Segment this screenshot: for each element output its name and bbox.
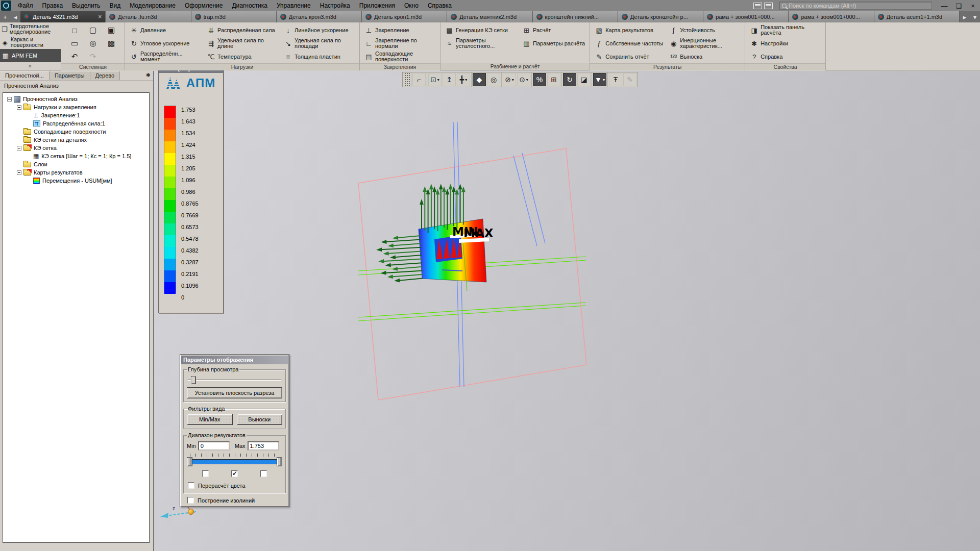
ribbon-button[interactable]: ≈Параметры усталостного...	[443, 37, 519, 50]
hide-elements-button[interactable]: ⊘▾	[503, 73, 516, 86]
ribbon-button[interactable]: ⊞Расчёт	[520, 23, 587, 37]
isolines-window-button[interactable]: ⊞	[547, 73, 560, 86]
ribbon-button[interactable]: ✱Настройки	[747, 37, 823, 50]
collapse-ribbon-icon[interactable]: «	[27, 36, 34, 97]
range-slider[interactable]	[187, 457, 282, 466]
ribbon-button[interactable]: ⇊Распределённая сила	[204, 23, 280, 37]
dropdown-arrow-icon[interactable]: ▾	[526, 78, 528, 82]
tab-scroll-right-button[interactable]: ▸	[960, 11, 970, 22]
ribbon-button[interactable]: ⇶Удельная сила по длине	[204, 37, 280, 50]
ribbon-button[interactable]: ∟Закрепление по нормали	[362, 37, 438, 50]
ribbon-button[interactable]: ↘Удельная сила по площади	[281, 37, 357, 50]
tree-item[interactable]: Карты результатов	[3, 168, 149, 177]
sketch-view-button[interactable]: ⌐	[412, 73, 426, 86]
save-as-button[interactable]: ▩	[108, 39, 115, 48]
tree-item[interactable]: ⊥Закрепление:1	[3, 111, 149, 119]
rotate-view-button[interactable]: ↻	[563, 73, 576, 86]
dialog-titlebar[interactable]: Параметры отображения	[181, 356, 288, 364]
ribbon-button[interactable]: ∫Устойчивость	[667, 23, 743, 37]
open-file-button[interactable]: ▢	[89, 26, 96, 35]
tree-item[interactable]: КЭ сетка	[3, 144, 149, 152]
tree-expand-toggle[interactable]	[17, 170, 21, 175]
ribbon-button[interactable]: ✳Давление	[127, 23, 203, 37]
mode-1[interactable]: ❒Твердотельное моделирование	[0, 22, 61, 36]
gear-icon[interactable]: ✱	[143, 71, 153, 80]
orientation-button[interactable]: ╋▾	[457, 73, 470, 86]
ribbon-button[interactable]: ↻Угловое ускорение	[127, 37, 203, 50]
ribbon-button[interactable]: ↺Распределённ... момент	[127, 50, 203, 63]
ribbon-button[interactable]: ℃Температура	[204, 50, 280, 63]
tree-item[interactable]: Прочностной Анализ	[3, 95, 149, 103]
isolines-checkbox[interactable]	[187, 497, 194, 504]
panel-tab-2[interactable]: Параметры	[50, 71, 90, 80]
document-tab-10[interactable]: рама + зоом001+000...	[789, 11, 874, 22]
tab-scroll-left-button[interactable]: ◂	[10, 11, 20, 22]
new-tab-button[interactable]: +	[0, 11, 10, 22]
tree-expand-toggle[interactable]	[17, 146, 21, 151]
search-input[interactable]	[789, 3, 932, 9]
tree-item[interactable]: КЭ сетки на деталях	[3, 136, 149, 144]
command-search[interactable]	[779, 2, 932, 10]
menu-item-8[interactable]: Управление	[272, 1, 315, 11]
wireframe-view-button[interactable]: ◎	[487, 73, 500, 86]
panel-tab-1[interactable]: Прочностной...	[0, 71, 50, 80]
ribbon-button[interactable]: ¹²³Выноска	[667, 50, 743, 63]
menu-item-10[interactable]: Приложения	[355, 1, 400, 11]
menu-item-3[interactable]: Выделить	[67, 1, 105, 11]
app-logo-icon[interactable]	[1, 1, 11, 11]
range-min-input[interactable]	[198, 441, 230, 450]
callouts-filter-button[interactable]: Выноски	[237, 414, 283, 425]
range-slider-left-handle[interactable]	[187, 457, 192, 466]
probe-values-button[interactable]: %	[533, 73, 546, 86]
menu-item-1[interactable]: Файл	[13, 1, 38, 11]
recalc-color-checkbox[interactable]	[188, 482, 194, 489]
tree-item[interactable]: Нагрузки и закрепления	[3, 103, 149, 111]
document-tab-4[interactable]: Деталь крон3.m3d	[277, 11, 362, 22]
pan-button[interactable]: ↥	[443, 73, 456, 86]
tree-expand-toggle[interactable]	[7, 97, 12, 102]
ribbon-button[interactable]: ▦Генерация КЭ сетки	[443, 23, 519, 37]
depth-slider[interactable]	[188, 376, 281, 384]
zoom-window-button[interactable]: ⊡▾	[428, 73, 442, 86]
document-tab-8[interactable]: Деталь кронштейн р...	[618, 11, 703, 22]
range-slider-right-handle[interactable]	[277, 457, 282, 466]
maximize-button[interactable]: ❏	[951, 1, 966, 11]
structure-button[interactable]: Ŧ	[609, 73, 622, 86]
menu-item-2[interactable]: Правка	[38, 1, 68, 11]
set-section-plane-button[interactable]: Установить плоскость разреза	[187, 387, 282, 398]
windows-cascade-icon[interactable]	[764, 3, 773, 9]
document-tab-2[interactable]: Деталь ,fu.m3d	[106, 11, 191, 22]
ribbon-button[interactable]: ƒСобственные частоты	[592, 37, 666, 50]
show-box-button[interactable]: ⊙▾	[517, 73, 530, 86]
menu-item-11[interactable]: Окно	[400, 1, 423, 11]
ribbon-button[interactable]: ✎Сохранить отчёт	[592, 50, 666, 63]
minimize-button[interactable]: —	[937, 1, 951, 11]
document-tab-7[interactable]: кронштейн нижний...	[533, 11, 618, 22]
dropdown-arrow-icon[interactable]: ▾	[465, 78, 467, 82]
ribbon-button[interactable]: ◨Показать панель расчёта	[747, 23, 823, 37]
document-tab-3[interactable]: trap.m3d	[191, 11, 277, 22]
document-tab-11[interactable]: Деталь acum1+1.m3d	[874, 11, 960, 22]
shaded-view-button[interactable]: ◆	[473, 73, 486, 86]
tab-close-icon[interactable]: ×	[97, 13, 102, 20]
range-max-input[interactable]	[248, 441, 279, 450]
menu-item-6[interactable]: Оформление	[180, 1, 227, 11]
tree-item[interactable]: Совпадающие поверхности	[3, 128, 149, 136]
tree-item[interactable]: Слои	[3, 160, 149, 168]
tree-item[interactable]: ⇈Распределённая сила:1	[3, 119, 149, 128]
filter-button[interactable]: ▼▾	[593, 73, 606, 86]
tree-expand-toggle[interactable]	[17, 105, 21, 110]
menu-item-7[interactable]: Диагностика	[227, 1, 272, 11]
document-tab-5[interactable]: Деталь крон1.m3d	[362, 11, 447, 22]
menu-item-12[interactable]: Справка	[423, 1, 456, 11]
range-option-2-checkbox[interactable]	[231, 470, 238, 477]
close-button[interactable]: ×	[966, 1, 980, 11]
ribbon-button[interactable]: ▧Карта результатов	[592, 23, 666, 37]
ribbon-button[interactable]: ⊥Закрепление	[362, 23, 438, 37]
ribbon-button[interactable]: ?Справка	[747, 50, 823, 63]
ribbon-button[interactable]: ≡Толщина пластин	[281, 50, 357, 63]
undo-button[interactable]: ↶	[71, 52, 78, 61]
toolbar-grip[interactable]	[404, 73, 410, 86]
dropdown-arrow-icon[interactable]: ▾	[512, 78, 514, 82]
ribbon-button[interactable]: ↓Линейное ускорение	[281, 23, 357, 37]
